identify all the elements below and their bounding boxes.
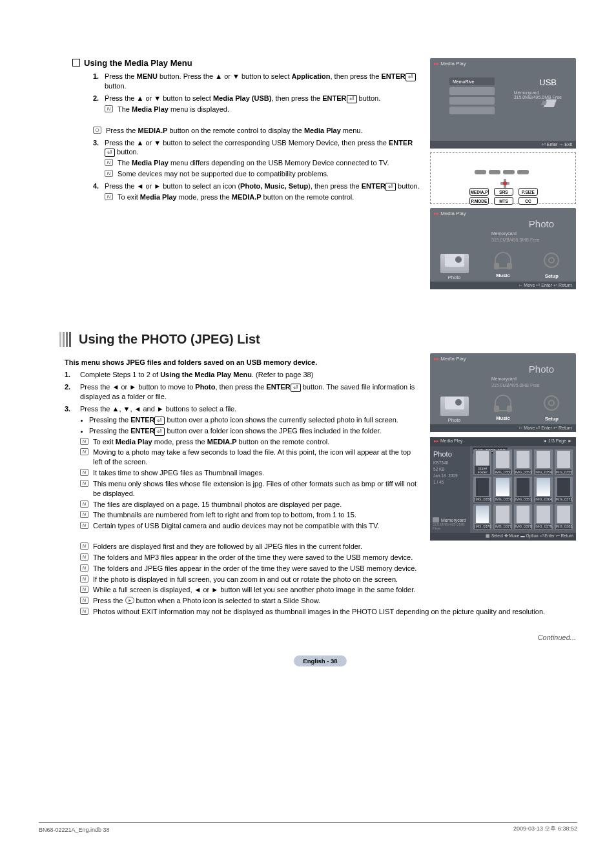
gear-icon	[544, 253, 559, 268]
plist-title: Photo	[433, 450, 467, 458]
remote-btn-mediap: MEDIA.P	[469, 188, 489, 196]
memory-item	[449, 97, 495, 105]
camera-icon	[445, 397, 464, 409]
memorycard-icon	[433, 517, 439, 522]
cat-setup: Setup	[532, 393, 571, 423]
remote-btn-srs: SRS	[494, 188, 513, 196]
remote-btn-cc: CC	[518, 197, 538, 205]
screen-header: ▸▸ Media Play	[430, 353, 576, 364]
step-item: 3.Press the ▲ or ▼ button to select the …	[93, 138, 421, 180]
thumbnail: IMG_0355.JPG	[555, 449, 573, 475]
wide-note: NThe folders and MP3 files appear in the…	[80, 553, 576, 562]
sub-bullet: Pressing the ENTER⏎ button over a folder…	[89, 426, 421, 436]
note-icon: N	[80, 553, 88, 561]
section-a-figures: ▸▸ Media Play MemoRive USB Memorycard315…	[430, 58, 576, 294]
thumbnail: IMG_0357.JPG	[493, 477, 511, 502]
screen-sub2: 315.0MB/495.0MB Free	[491, 383, 539, 387]
thumbnail: IMG_0358.JPG	[473, 477, 491, 502]
plist-meta: Jan.18. 2009	[433, 473, 467, 478]
remote-row-1: MEDIA.P SRS P.SIZE	[469, 188, 538, 196]
screen-sub1: Memorycard	[491, 377, 517, 381]
note-icon: N	[105, 159, 113, 166]
footer-line	[39, 822, 577, 823]
step-item: 3.Press the ▲, ▼, ◄ and ► buttons to sel…	[65, 404, 421, 531]
footer-right: 2009-03-13 오후 6:38:52	[513, 825, 577, 833]
usb-label: USB	[539, 77, 557, 87]
remote-btn-pmode: P.MODE	[469, 197, 489, 205]
manual-page: Using the Media Play Menu 1.Press the ME…	[0, 0, 616, 846]
o-note-icon: O	[93, 127, 101, 134]
heading-bars-icon	[59, 332, 72, 347]
headphones-icon	[495, 252, 511, 269]
thumbnail: IMG_0383.JPG	[555, 504, 573, 530]
thumbnail: IMG_0376.JPG	[473, 504, 491, 530]
note-icon: N	[80, 608, 88, 615]
screen-sub2: 315.0MB/495.0MB Free	[491, 238, 539, 242]
steps-list-b: 1.Complete Steps 1 to 2 of Using the Med…	[65, 370, 421, 531]
wide-note: NFolders are displayed first and they ar…	[80, 542, 576, 552]
note-icon: N	[80, 469, 88, 476]
note-icon: N	[80, 438, 88, 445]
remote-row-2: P.MODE MTS CC	[469, 197, 538, 205]
note-icon: N	[105, 170, 113, 177]
note-icon: N	[105, 105, 113, 112]
step-item: 2.Press the ◄ or ► button to move to Pho…	[65, 382, 421, 402]
screen-header: ▸▸ Media Play	[430, 58, 576, 69]
thumbnail-grid: Upper FolderIMG_0350.JPGIMG_0353.JPGIMG_…	[471, 448, 575, 531]
note-icon: N	[80, 480, 88, 487]
section-a-text: Using the Media Play Menu 1.Press the ME…	[65, 58, 421, 294]
plist-header: ▸▸ Media Play◄ 1/3 Page ►	[430, 437, 576, 446]
wide-note: NPress the button when a Photo icon is s…	[80, 596, 576, 606]
plist-left-panel: Photo KB7348 52 KB Jan.18. 2009 1 / 45 M…	[430, 446, 470, 533]
plist-memorycard: Memorycard 315.0MB/495.0MB Free	[433, 517, 467, 530]
cat-music: Music	[484, 393, 522, 423]
memory-list: MemoRive	[449, 77, 495, 116]
cat-music: Music	[484, 250, 522, 280]
screenshot-photo-cats-2: ▸▸ Media Play Photo Memorycard 315.0MB/4…	[430, 353, 576, 432]
thumbnail: IMG_0354.JPG	[534, 449, 552, 475]
section-b-heading-row: Using the PHOTO (JPEG) List	[59, 332, 576, 347]
section-a-heading: Using the Media Play Menu	[72, 58, 421, 68]
color-button	[475, 170, 486, 174]
plist-meta: 52 KB	[433, 467, 467, 471]
step-item: 4.Press the ◄ or ► button to select an i…	[93, 181, 421, 202]
wide-note: NPhotos without EXIT information may not…	[80, 607, 576, 617]
section-b-intro: This menu shows JPEG files and folders s…	[65, 358, 421, 366]
cat-setup: Setup	[532, 250, 571, 280]
headphones-icon	[495, 395, 511, 411]
section-b-heading: Using the PHOTO (JPEG) List	[79, 332, 260, 347]
thumbnail: IMG_0364.JPG	[534, 477, 552, 502]
steps-list-a: 1.Press the MENU button. Press the ▲ or …	[93, 72, 421, 202]
thumbnail: IMG_0372.JPG	[555, 477, 573, 502]
step-item: 2.Press the ▲ or ▼ button to select Medi…	[93, 94, 421, 114]
thumbnail: IMG_0378.JPG	[514, 504, 532, 530]
screen-footer: ↔ Move ⏎ Enter ↩ Return	[430, 424, 576, 432]
plist-meta: 1 / 45	[433, 480, 467, 484]
thumbnail: IMG_0353.JPG	[514, 449, 532, 475]
memory-item	[449, 107, 495, 114]
note-icon: N	[105, 193, 113, 200]
wide-note: NThe folders and JPEG files appear in th…	[80, 564, 576, 573]
color-button	[517, 170, 529, 174]
thumbnail: Upper Folder	[473, 449, 491, 475]
screenshot-photo-list: ▸▸ Media Play◄ 1/3 Page ► Photo KB7348 5…	[430, 437, 576, 541]
remote-btn-psize: P.SIZE	[518, 188, 538, 196]
screen-sub1: Memorycard	[491, 231, 517, 236]
color-button	[489, 170, 500, 174]
screen-title: Photo	[529, 218, 554, 229]
plist-meta: KB7348	[433, 460, 467, 465]
thumbnail: IMG_0377.JPG	[493, 504, 511, 530]
note-icon: N	[80, 586, 88, 593]
memory-card-icon	[439, 216, 475, 243]
note-icon: N	[80, 448, 88, 455]
color-button	[503, 170, 515, 174]
note-icon: N	[80, 564, 88, 572]
note-icon: N	[80, 511, 88, 518]
screen-footer: ↔ Move ⏎ Enter ↩ Return	[430, 282, 576, 289]
section-b-text: This menu shows JPEG files and folders s…	[65, 353, 421, 541]
color-buttons-row	[475, 170, 533, 174]
thumbnail: IMG_0379.JPG	[534, 504, 552, 530]
nav-center-dot	[503, 181, 507, 185]
step-item: 1.Press the MENU button. Press the ▲ or …	[93, 72, 421, 91]
checkbox-bullet-icon	[72, 59, 80, 67]
